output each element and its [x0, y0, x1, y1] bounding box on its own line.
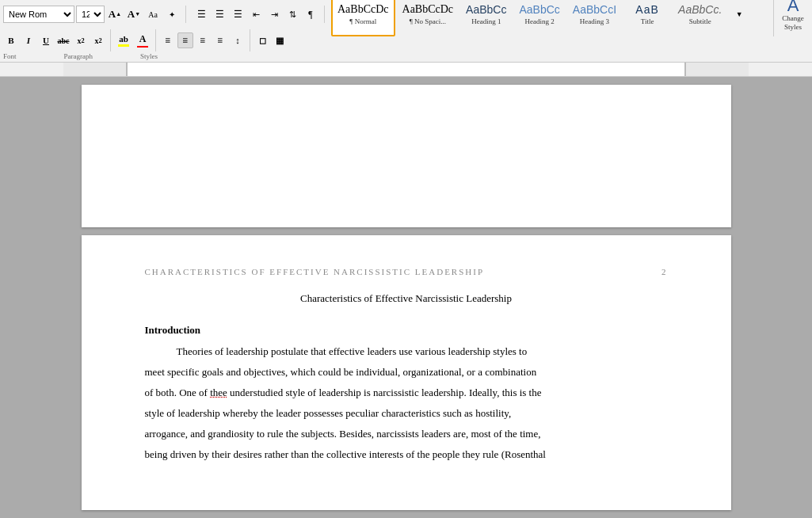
change-styles-icon: A [787, 0, 799, 14]
style-title-label: Title [641, 17, 654, 25]
paragraph-list-group: ☰ ☰ ☰ ⇤ ⇥ ⇅ ¶ [193, 6, 325, 23]
style-heading1-preview: AaBbCc [466, 3, 506, 17]
page-number: 2 [661, 267, 668, 276]
style-heading3-label: Heading 3 [580, 17, 609, 25]
subscript-button[interactable]: x2 [73, 32, 89, 48]
font-group: New Rom 12 A▲ A▼ Aa ✦ [3, 6, 186, 23]
page-header: CHARACTERISTICS OF EFFECTIVE NARCISSISTI… [145, 267, 668, 276]
divider2 [155, 29, 156, 51]
bullets-button[interactable]: ☰ [193, 6, 210, 23]
align-center-button[interactable]: ≡ [177, 32, 193, 48]
italic-button[interactable]: I [21, 32, 36, 48]
align-left-button[interactable]: ≡ [160, 32, 176, 48]
grow-font-button[interactable]: A▲ [106, 6, 124, 23]
ruler-right-margin [685, 63, 749, 76]
underline-word: thee [210, 387, 227, 398]
style-title-preview: AaB [635, 3, 658, 17]
ribbon-row2: B I U abc x2 x2 ab A ≡ ≡ ≡ ≡ ↕ ◻ ▦ [0, 29, 812, 52]
style-subtitle-label: Subtitle [689, 17, 711, 25]
increase-indent-button[interactable]: ⇥ [265, 6, 283, 23]
change-case-button[interactable]: Aa [144, 6, 162, 23]
center-title: Characteristics of Effective Narcissisti… [145, 292, 668, 305]
page-top [82, 85, 731, 227]
header-text: CHARACTERISTICS OF EFFECTIVE NARCISSISTI… [145, 267, 485, 276]
numbering-button[interactable]: ☰ [211, 6, 228, 23]
document-area: CHARACTERISTICS OF EFFECTIVE NARCISSISTI… [0, 77, 812, 518]
style-heading2-preview: AaBbCc [519, 3, 559, 17]
style-no-spacing-preview: AaBbCcDc [402, 3, 454, 17]
bold-button[interactable]: B [3, 32, 19, 48]
ruler-left-margin [63, 63, 127, 76]
style-normal-preview: AaBbCcDc [337, 3, 389, 17]
line-spacing-button[interactable]: ↕ [230, 32, 246, 48]
shrink-font-button[interactable]: A▼ [125, 6, 143, 23]
clear-formatting-button[interactable]: ✦ [163, 6, 181, 23]
ribbon-bottom-labels: Font Paragraph Styles [0, 52, 812, 62]
font-family-select[interactable]: New Rom [3, 6, 74, 23]
font-color-indicator [137, 46, 148, 48]
body-text: Theories of leadership postulate that ef… [145, 341, 668, 465]
ruler-inner [127, 63, 685, 76]
divider3 [250, 29, 250, 51]
style-no-spacing-label: ¶ No Spaci... [410, 17, 446, 25]
ribbon: New Rom 12 A▲ A▼ Aa ✦ ☰ ☰ ☰ ⇤ ⇥ ⇅ ¶ AaBb… [0, 0, 812, 63]
strikethrough-button[interactable]: abc [55, 32, 71, 48]
main-page: CHARACTERISTICS OF EFFECTIVE NARCISSISTI… [82, 235, 731, 510]
style-subtitle-preview: AaBbCc. [678, 3, 722, 17]
style-normal-label: ¶ Normal [349, 17, 376, 25]
decrease-indent-button[interactable]: ⇤ [247, 6, 265, 23]
font-color-button[interactable]: A [134, 32, 151, 48]
styles-section-label: Styles [140, 52, 158, 60]
show-paragraph-button[interactable]: ¶ [302, 6, 319, 23]
font-section-label: Font [3, 52, 17, 60]
highlight-color-indicator [118, 44, 129, 47]
divider1 [110, 29, 111, 51]
multilevel-list-button[interactable]: ☰ [229, 6, 246, 23]
sort-button[interactable]: ⇅ [284, 6, 301, 23]
style-heading3-preview: AaBbCcI [573, 3, 616, 17]
paragraph-section-label: Paragraph [64, 52, 93, 60]
borders-button[interactable]: ▦ [272, 32, 288, 48]
style-heading1-label: Heading 1 [471, 17, 501, 25]
superscript-button[interactable]: x2 [90, 32, 106, 48]
shading-button[interactable]: ◻ [254, 32, 270, 48]
intro-heading: Introduction [145, 324, 668, 337]
align-right-button[interactable]: ≡ [195, 32, 211, 48]
text-highlight-button[interactable]: ab [115, 32, 132, 48]
justify-button[interactable]: ≡ [212, 32, 228, 48]
ruler [0, 63, 812, 77]
underline-button[interactable]: U [38, 32, 54, 48]
page-content-area: CHARACTERISTICS OF EFFECTIVE NARCISSISTI… [82, 235, 731, 512]
style-heading2-label: Heading 2 [525, 17, 555, 25]
ribbon-row1: New Rom 12 A▲ A▼ Aa ✦ ☰ ☰ ☰ ⇤ ⇥ ⇅ ¶ AaBb… [0, 0, 812, 29]
font-size-select[interactable]: 12 [76, 6, 105, 23]
styles-scroll-down-button[interactable]: ▼ [730, 6, 748, 23]
